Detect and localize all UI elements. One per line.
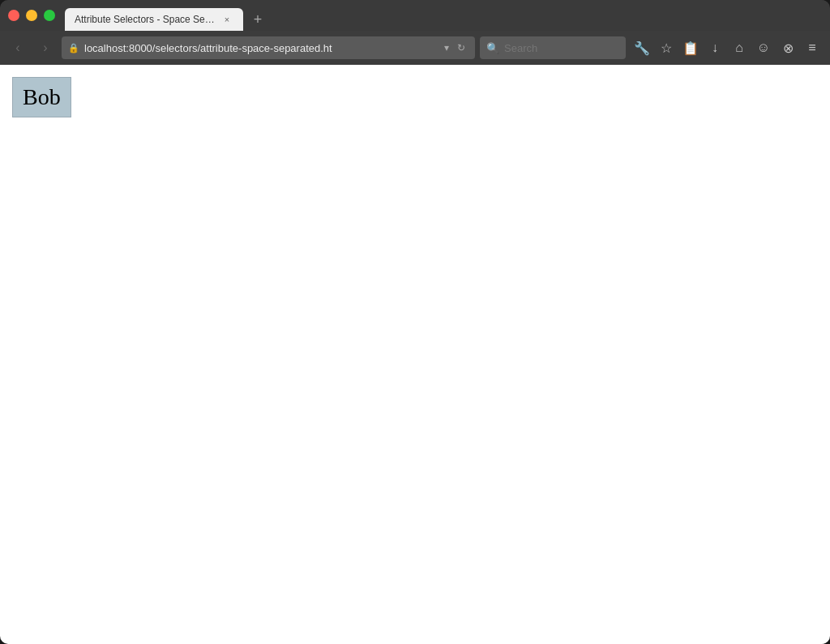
bob-text: Bob [23,84,61,109]
download-icon[interactable]: ↓ [704,36,726,59]
bob-element: Bob [12,77,71,117]
dropdown-button[interactable]: ▾ [441,41,452,55]
emoji-icon[interactable]: ☺ [752,36,775,59]
maximize-button[interactable] [44,10,55,21]
new-tab-button[interactable]: + [246,8,269,31]
close-button[interactable] [8,10,19,21]
reload-button[interactable]: ↻ [454,41,468,55]
active-tab[interactable]: Attribute Selectors - Space Sep... × [65,8,243,31]
search-input[interactable] [504,42,619,54]
tab-bar: Attribute Selectors - Space Sep... × + [65,0,822,31]
home-icon[interactable]: ⌂ [728,36,751,59]
address-input[interactable] [84,42,436,54]
back-button[interactable]: ‹ [6,36,29,59]
minimize-button[interactable] [26,10,37,21]
address-bar-actions: ▾ ↻ [441,41,468,55]
menu-icon[interactable]: ≡ [801,36,824,59]
tab-title: Attribute Selectors - Space Sep... [75,14,216,25]
search-bar-wrapper: 🔍 [480,36,626,59]
toolbar-icons: 🔧 ☆ 📋 ↓ ⌂ ☺ ⊗ ≡ [631,36,824,59]
wrench-icon[interactable]: 🔧 [631,36,653,59]
search-icon: 🔍 [486,42,499,54]
nav-bar: ‹ › 🔒 ▾ ↻ 🔍 🔧 ☆ 📋 ↓ ⌂ ☺ ⊗ ≡ [0,31,830,65]
forward-button[interactable]: › [34,36,57,59]
lock-icon: 🔒 [68,43,79,53]
star-icon[interactable]: ☆ [655,36,678,59]
window-controls [8,10,55,21]
address-bar-wrapper: 🔒 ▾ ↻ [62,36,475,59]
browser-window: Attribute Selectors - Space Sep... × + ‹… [0,0,830,644]
shield-icon[interactable]: ⊗ [777,36,799,59]
title-bar: Attribute Selectors - Space Sep... × + [0,0,830,31]
page-content: Bob [0,65,830,644]
tab-close-button[interactable]: × [220,13,233,26]
reading-list-icon[interactable]: 📋 [679,36,702,59]
